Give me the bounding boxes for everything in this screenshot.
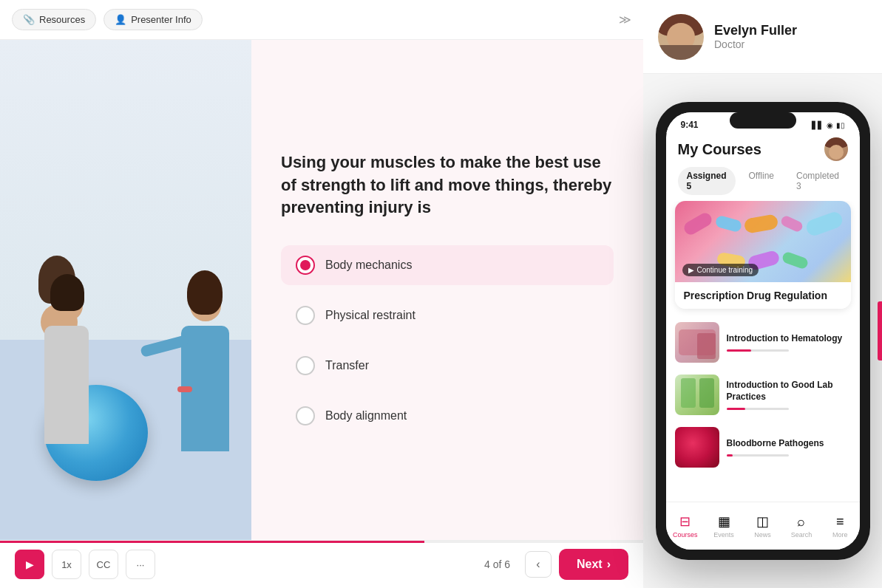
- list-item[interactable]: Introduction to Hematology: [666, 316, 860, 369]
- radio-button-4[interactable]: [296, 406, 315, 425]
- featured-course-title: Prescription Drug Regulation: [684, 290, 842, 301]
- nav-courses[interactable]: ⊟ Courses: [666, 513, 705, 539]
- featured-course-thumbnail: ▶ Continue training: [675, 201, 851, 282]
- answer-label-2: Physical restraint: [325, 309, 415, 322]
- lab-info: Introduction to Good Lab Practices: [727, 380, 851, 409]
- search-icon: ⌕: [797, 514, 805, 530]
- slide-count: 4 of 6: [484, 558, 510, 570]
- app-container: 📎 Resources 👤 Presenter Info ≫: [0, 0, 882, 588]
- person-icon: 👤: [115, 14, 126, 25]
- courses-icon: ⊟: [679, 513, 691, 530]
- play-small-icon: ▶: [688, 266, 694, 274]
- lab-thumbnail: [675, 375, 719, 415]
- battery-icon: ▮▯: [836, 121, 845, 129]
- lab-progress-bar: [727, 408, 789, 410]
- list-item[interactable]: Bloodborne Pathogens: [666, 421, 860, 474]
- wifi-icon: ◉: [827, 121, 833, 129]
- courses-scroll[interactable]: ▶ Continue training Prescription Drug Re…: [666, 201, 860, 502]
- slide-text-area: Using your muscles to make the best use …: [251, 40, 643, 540]
- hematology-progress-bar: [727, 349, 789, 352]
- cc-label: CC: [97, 559, 111, 570]
- speed-button[interactable]: 1x: [52, 550, 81, 579]
- dumbbell-decoration: [177, 386, 192, 392]
- answer-label-3: Transfer: [325, 359, 369, 372]
- answer-label-1: Body mechanics: [325, 259, 412, 272]
- blood-progress-bar: [727, 454, 789, 457]
- hematology-info: Introduction to Hematology: [727, 333, 851, 352]
- prev-slide-button[interactable]: ‹: [525, 551, 552, 578]
- phone-user-avatar[interactable]: [824, 137, 848, 161]
- progress-bar: [0, 541, 424, 543]
- more-button[interactable]: ···: [126, 550, 155, 579]
- player-bar: ▶ 1x CC ··· 4 of 6 ‹ Next ›: [0, 540, 643, 588]
- signal-icon: ▋▋: [812, 121, 824, 129]
- nav-news[interactable]: ◫ News: [743, 513, 781, 539]
- nav-courses-label: Courses: [673, 531, 698, 539]
- phone-time: 9:41: [681, 120, 699, 130]
- featured-course-card[interactable]: ▶ Continue training Prescription Drug Re…: [675, 201, 851, 309]
- speed-label: 1x: [61, 559, 72, 570]
- expand-icon[interactable]: ≫: [619, 13, 631, 27]
- presentation-panel: 📎 Resources 👤 Presenter Info ≫: [0, 0, 643, 588]
- user-role: Doctor: [714, 38, 797, 50]
- answer-label-4: Body alignment: [325, 409, 407, 423]
- blood-title: Bloodborne Pathogens: [727, 438, 851, 450]
- nav-events[interactable]: ▦ Events: [705, 513, 743, 539]
- blood-info: Bloodborne Pathogens: [727, 438, 851, 457]
- events-icon: ▦: [718, 513, 730, 530]
- slide-content: Using your muscles to make the best use …: [0, 40, 643, 540]
- blood-thumbnail: [675, 427, 719, 468]
- nav-news-label: News: [754, 531, 771, 539]
- play-button[interactable]: ▶: [15, 550, 44, 579]
- top-bar: 📎 Resources 👤 Presenter Info ≫: [0, 0, 643, 40]
- bottom-nav: ⊟ Courses ▦ Events ◫ News ⌕: [666, 502, 860, 550]
- avatar: [658, 14, 704, 60]
- resources-button[interactable]: 📎 Resources: [12, 9, 96, 30]
- phone-notch: [730, 112, 796, 129]
- list-item[interactable]: Introduction to Good Lab Practices: [666, 369, 860, 421]
- answer-option-3[interactable]: Transfer: [281, 346, 614, 386]
- chevron-right-icon: ›: [607, 558, 611, 571]
- pink-strip: [878, 301, 882, 360]
- answer-option-2[interactable]: Physical restraint: [281, 295, 614, 335]
- slide-question: Using your muscles to make the best use …: [281, 151, 614, 219]
- tab-offline[interactable]: Offline: [740, 167, 783, 195]
- lab-title: Introduction to Good Lab Practices: [727, 380, 851, 403]
- hematology-title: Introduction to Hematology: [727, 333, 851, 345]
- answer-options: Body mechanics Physical restraint Transf…: [281, 245, 614, 436]
- paperclip-icon: 📎: [23, 14, 35, 25]
- phone-container: 9:41 ▋▋ ◉ ▮▯ My Courses: [643, 74, 882, 588]
- nav-events-label: Events: [713, 531, 734, 539]
- play-icon: ▶: [26, 558, 34, 570]
- nav-more-label: More: [832, 531, 848, 539]
- phone-screen: 9:41 ▋▋ ◉ ▮▯ My Courses: [666, 112, 860, 550]
- news-icon: ◫: [756, 513, 769, 530]
- nav-search-label: Search: [791, 531, 813, 539]
- slide-image: [0, 40, 251, 540]
- right-panel: Evelyn Fuller Doctor 9:41 ▋▋ ◉ ▮▯: [643, 0, 882, 588]
- tab-completed[interactable]: Completed 3: [787, 167, 848, 195]
- answer-option-4[interactable]: Body alignment: [281, 396, 614, 436]
- course-tabs: Assigned 5 Offline Completed 3: [666, 167, 860, 195]
- cc-button[interactable]: CC: [89, 550, 118, 579]
- hematology-thumbnail: [675, 322, 719, 363]
- next-button[interactable]: Next ›: [559, 549, 628, 580]
- radio-button-2[interactable]: [296, 306, 315, 325]
- continue-badge[interactable]: ▶ Continue training: [682, 264, 759, 276]
- more-icon: ···: [137, 559, 145, 570]
- user-info: Evelyn Fuller Doctor: [714, 23, 797, 50]
- user-name: Evelyn Fuller: [714, 23, 797, 38]
- tab-assigned[interactable]: Assigned 5: [678, 167, 736, 195]
- phone-app-header: My Courses: [666, 133, 860, 167]
- user-header: Evelyn Fuller Doctor: [643, 0, 882, 74]
- answer-option-1[interactable]: Body mechanics: [281, 245, 614, 285]
- phone-status-icons: ▋▋ ◉ ▮▯: [812, 121, 845, 129]
- radio-button-3[interactable]: [296, 356, 315, 375]
- phone-mockup: 9:41 ▋▋ ◉ ▮▯ My Courses: [656, 102, 870, 560]
- nav-more[interactable]: ≡ More: [821, 514, 859, 539]
- radio-button-1[interactable]: [296, 256, 315, 275]
- presenter-info-button[interactable]: 👤 Presenter Info: [104, 9, 203, 30]
- more-nav-icon: ≡: [836, 514, 844, 530]
- nav-search[interactable]: ⌕ Search: [782, 514, 821, 539]
- my-courses-title: My Courses: [678, 141, 761, 158]
